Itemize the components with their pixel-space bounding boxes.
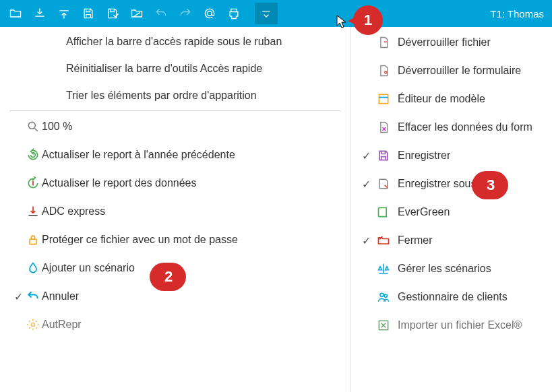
refresh-data-icon (26, 176, 40, 191)
menu-label: 100 % (42, 121, 72, 133)
customize-menu-left: Afficher la barre d'accès rapide sous le… (0, 27, 350, 392)
save-as-icon[interactable] (101, 3, 124, 24)
download-icon (26, 204, 40, 219)
redo-icon[interactable] (174, 3, 197, 24)
undo-arrow-icon (26, 289, 40, 304)
gear-icon (26, 317, 40, 332)
print-icon[interactable] (222, 3, 245, 24)
menu-label: Importer un fichier Excel® (398, 319, 522, 331)
menu-item-password-protect[interactable]: Protéger ce fichier avec un mot de passe (0, 226, 350, 254)
template-icon (376, 92, 391, 106)
menu-label: Actualiser le report à l'année précédent… (42, 149, 235, 161)
menu-label: Déverrouiller fichier (398, 36, 491, 48)
floppy-pen-icon (376, 176, 391, 191)
menu-item-import-excel[interactable]: Importer un fichier Excel® (350, 311, 552, 339)
file-clear-icon (376, 120, 391, 135)
export-icon[interactable] (53, 3, 75, 24)
customize-dropdown-button[interactable] (255, 3, 278, 24)
menu-label: Gérer les scénarios (398, 263, 491, 275)
menu-label: EverGreen (398, 206, 450, 218)
refresh-back-icon (26, 148, 40, 162)
svg-point-1 (28, 122, 35, 129)
checkmark-icon: ✓ (360, 178, 372, 191)
menu-label: Afficher la barre d'accès rapide sous le… (66, 36, 282, 48)
menu-item-show-qat-below[interactable]: Afficher la barre d'accès rapide sous le… (0, 28, 350, 55)
menu-item-autrepr[interactable]: AutRepr (0, 311, 350, 339)
file-unlock-icon (376, 35, 391, 50)
menu-label: Gestionnaire de clients (398, 291, 508, 303)
import-icon[interactable] (28, 3, 51, 24)
checkmark-icon: ✓ (12, 290, 24, 303)
close-folder-icon[interactable] (125, 3, 148, 24)
drop-icon (26, 261, 40, 275)
checkmark-icon: ✓ (360, 150, 372, 162)
menu-label: Enregistrer sous (398, 178, 477, 190)
menu-item-undo[interactable]: ✓ Annuler (0, 282, 350, 311)
menu-label: Déverrouiller le formulaire (398, 65, 521, 77)
menu-item-template-editor[interactable]: Éditeur de modèle (350, 85, 552, 113)
menu-item-evergreen[interactable]: EverGreen (350, 198, 552, 226)
menu-item-unlock-form[interactable]: Déverrouiller le formulaire (350, 57, 552, 85)
svg-point-6 (380, 293, 384, 296)
menu-item-close[interactable]: ✓ Fermer (350, 226, 552, 255)
menu-label: AutRepr (42, 319, 82, 331)
form-unlock-icon (376, 63, 391, 78)
menu-item-carryforward-data[interactable]: Actualiser le report des données (0, 169, 350, 197)
menu-label: Protéger ce fichier avec un mot de passe (42, 234, 238, 246)
svg-rect-2 (30, 239, 36, 244)
menu-item-save[interactable]: ✓ Enregistrer (350, 141, 552, 170)
menu-label: Annuler (42, 290, 79, 302)
quick-access-toolbar: T1: Thomas (0, 0, 552, 27)
svg-point-3 (32, 323, 35, 327)
undo-icon[interactable] (150, 3, 173, 24)
floppy-icon (376, 148, 391, 163)
menu-label: Actualiser le report des données (42, 177, 196, 189)
save-icon[interactable] (77, 3, 100, 24)
menu-label: Trier les éléments par ordre d'apparitio… (66, 90, 257, 102)
context-label: T1: Thomas (490, 8, 548, 20)
menu-item-carryforward-prev[interactable]: Actualiser le report à l'année précédent… (0, 141, 350, 169)
menu-item-clear-form[interactable]: Effacer les données du form (350, 113, 552, 141)
close-folder-icon (376, 233, 391, 248)
menu-label: ADC express (42, 205, 105, 218)
svg-point-0 (208, 11, 212, 16)
menu-item-unlock-file[interactable]: Déverrouiller fichier (350, 28, 552, 57)
menu-item-manage-scenarios[interactable]: Gérer les scénarios (350, 255, 552, 283)
menu-item-reset-qat[interactable]: Réinitialiser la barre d'outils Accès ra… (0, 55, 350, 82)
menu-label: Réinitialiser la barre d'outils Accès ra… (66, 63, 262, 75)
excel-icon (376, 318, 391, 333)
menu-item-sort-items[interactable]: Trier les éléments par ordre d'apparitio… (0, 82, 350, 109)
svg-rect-5 (379, 94, 388, 103)
menu-label: Effacer les données du form (398, 121, 532, 133)
magnifier-icon (26, 119, 40, 134)
menu-label: Éditeur de modèle (398, 93, 485, 105)
at-icon[interactable] (198, 3, 221, 24)
menu-item-zoom-100[interactable]: 100 % (0, 112, 350, 141)
menu-label: Ajouter un scénario (42, 262, 135, 274)
menu-item-save-as[interactable]: ✓ Enregistrer sous (350, 170, 552, 198)
book-icon (376, 205, 391, 220)
checkmark-icon: ✓ (360, 234, 372, 247)
svg-point-7 (384, 294, 387, 297)
menu-label: Enregistrer (398, 150, 450, 162)
svg-point-4 (385, 71, 387, 73)
menu-item-client-manager[interactable]: Gestionnaire de clients (350, 283, 552, 311)
menu-label: Fermer (398, 234, 433, 247)
menu-item-adc-express[interactable]: ADC express (0, 197, 350, 226)
separator (9, 110, 340, 111)
lock-icon (26, 232, 40, 247)
people-icon (376, 290, 391, 304)
menu-item-add-scenario[interactable]: Ajouter un scénario (0, 254, 350, 282)
customize-menu-right: Déverrouiller fichier Déverrouiller le f… (350, 27, 552, 392)
scales-icon (376, 261, 391, 276)
open-folder-icon[interactable] (4, 3, 27, 24)
